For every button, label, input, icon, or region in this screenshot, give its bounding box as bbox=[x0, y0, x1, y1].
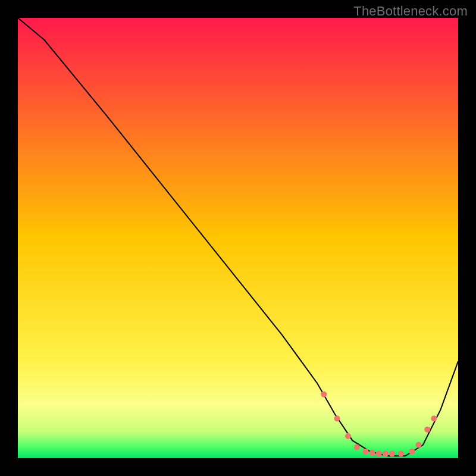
marker-point bbox=[321, 392, 327, 397]
marker-point bbox=[363, 449, 369, 455]
gradient-background bbox=[18, 18, 458, 458]
marker-point bbox=[334, 415, 340, 421]
marker-point bbox=[389, 451, 395, 457]
chart-svg bbox=[18, 18, 458, 458]
marker-point bbox=[345, 433, 351, 439]
marker-point bbox=[376, 451, 382, 457]
chart-stage: TheBottleneck.com bbox=[0, 0, 476, 476]
chart-plot-area bbox=[18, 18, 458, 458]
marker-point bbox=[354, 444, 360, 450]
marker-point bbox=[431, 415, 437, 421]
marker-point bbox=[424, 427, 430, 433]
marker-point bbox=[415, 442, 421, 448]
marker-point bbox=[369, 450, 375, 456]
watermark-text: TheBottleneck.com bbox=[353, 4, 468, 19]
marker-point bbox=[409, 449, 415, 455]
marker-point bbox=[383, 451, 389, 457]
marker-point bbox=[398, 451, 404, 457]
